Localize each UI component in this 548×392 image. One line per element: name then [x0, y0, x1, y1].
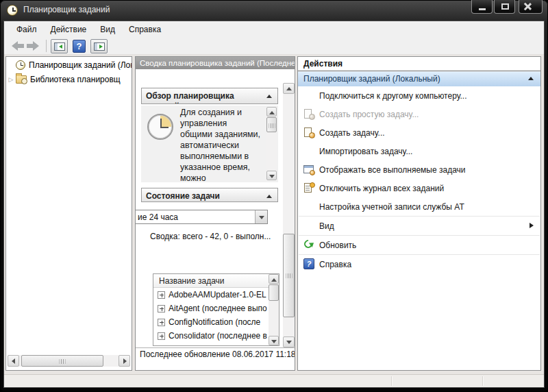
console-tree-panel: Планировщик заданий (Лок ▷ Библиотека пл… [5, 56, 132, 371]
overview-section-header[interactable]: Обзор планировщика заданий [141, 88, 278, 104]
action-label: Вид [319, 221, 334, 231]
task-row[interactable]: ConfigNotification (после [153, 315, 279, 329]
overview-text: Для создания и управления общими задания… [180, 107, 268, 182]
window-title: Планировщик заданий [23, 5, 110, 14]
menu-view[interactable]: Вид [93, 23, 122, 36]
expand-plus-icon[interactable] [158, 305, 165, 313]
action-view[interactable]: Вид [298, 217, 540, 235]
collapse-icon[interactable] [266, 195, 272, 198]
create-basic-task-icon [303, 108, 315, 120]
action-label: Справка [319, 260, 351, 269]
action-label: Импортировать задачу... [319, 147, 412, 156]
minimize-button[interactable] [471, 0, 493, 14]
task-name: AdobeAAMUpdater-1.0-EL [169, 290, 266, 299]
overview-scrollbar[interactable] [266, 107, 277, 180]
journal-icon [303, 182, 315, 194]
scroll-down-button[interactable] [269, 336, 279, 345]
action-create-task[interactable]: Создать задачу... [298, 123, 540, 142]
toolbar [4, 38, 544, 55]
scrollbar-thumb[interactable] [21, 355, 103, 367]
action-label: Отображать все выполняемые задачи [319, 165, 466, 175]
action-label: Подключиться к другому компьютеру... [319, 91, 467, 101]
action-at-service-account-configuration[interactable]: Настройка учетной записи службы AT [298, 197, 540, 216]
scroll-up-button[interactable] [266, 107, 277, 117]
action-display-running-tasks[interactable]: Отображать все выполняемые задачи [298, 160, 540, 179]
status-bar-divider [391, 376, 392, 386]
expand-plus-icon[interactable] [158, 332, 165, 340]
workspace: Планировщик заданий (Лок ▷ Библиотека пл… [4, 55, 544, 374]
console-tree-button[interactable] [51, 39, 68, 53]
chevron-right-icon[interactable]: ▷ [6, 76, 16, 83]
overview-section-content: Для создания и управления общими задания… [141, 106, 278, 182]
create-task-icon [303, 127, 315, 138]
task-list-scrollbar[interactable] [269, 274, 279, 345]
forward-icon[interactable] [26, 40, 41, 51]
expand-plus-icon[interactable] [158, 291, 165, 299]
task-row[interactable]: Consolidator (последнее в [153, 329, 279, 343]
task-name: Consolidator (последнее в [169, 331, 267, 341]
tree-item-label: Библиотека планировщ [30, 75, 121, 84]
scroll-right-button[interactable] [119, 355, 130, 367]
collapse-icon[interactable] [528, 77, 534, 80]
last-update-status: Последнее обновление 08.06.2017 11:18:4 [136, 347, 295, 361]
window-controls [471, 0, 543, 14]
back-icon[interactable] [10, 40, 25, 51]
tree-item-label: Планировщик заданий (Лок [29, 60, 132, 70]
summary-panel: Сводка планировщика заданий (Последне Об… [135, 56, 295, 371]
task-name: ConfigNotification (после [169, 317, 260, 327]
expand-plus-icon[interactable] [158, 319, 165, 326]
scrollbar-thumb[interactable] [283, 234, 295, 317]
tree-item-scheduler-root[interactable]: Планировщик заданий (Лок [6, 58, 132, 71]
scroll-left-button[interactable] [8, 355, 19, 367]
summary-scrollbar[interactable] [283, 83, 295, 347]
client-area: Файл Действие Вид Справка План [3, 21, 545, 388]
tree-item-library[interactable]: ▷ Библиотека планировщ [6, 73, 132, 86]
library-folder-icon [16, 75, 27, 84]
close-button[interactable] [519, 0, 543, 14]
submenu-arrow-icon [530, 223, 534, 228]
refresh-icon [303, 239, 315, 251]
action-disable-task-history[interactable]: Отключить журнал всех заданий [298, 179, 540, 197]
task-summary-line: Сводка: всего - 42, 0 - выполн... [150, 232, 271, 241]
scroll-down-button[interactable] [266, 171, 277, 180]
task-status-section-title: Состояние задачи [142, 188, 251, 201]
task-row[interactable]: AdobeAAMUpdater-1.0-EL [153, 288, 279, 302]
task-name-column-header[interactable]: Название задачи [153, 274, 279, 288]
tree-horizontal-scrollbar[interactable] [8, 355, 130, 367]
overview-section-title: Обзор планировщика заданий [142, 88, 251, 104]
scroll-up-button[interactable] [269, 274, 279, 284]
action-import-task[interactable]: Импортировать задачу... [298, 142, 540, 160]
running-tasks-icon [303, 164, 315, 175]
action-create-basic-task: Создать простую задачу... [298, 105, 540, 123]
actions-group-label: Планировщик заданий (Локальный) [303, 74, 440, 84]
task-status-section-header[interactable]: Состояние задачи [141, 188, 278, 202]
task-row[interactable]: AitAgent (последнее выпо [153, 302, 279, 315]
toolbar-separator [46, 40, 47, 52]
app-clock-icon [7, 5, 18, 16]
scrollbar-thumb[interactable] [269, 284, 279, 301]
dropdown-button[interactable] [255, 210, 267, 223]
action-help[interactable]: Справка [298, 255, 540, 273]
actions-group-header[interactable]: Планировщик заданий (Локальный) [298, 71, 540, 86]
time-range-dropdown[interactable]: ие 24 часа [136, 210, 268, 224]
scheduler-clock-icon [147, 114, 173, 140]
action-pane-button[interactable] [90, 39, 108, 53]
console-tree-icon [54, 42, 65, 51]
menu-action[interactable]: Действие [44, 23, 94, 36]
action-refresh[interactable]: Обновить [298, 236, 540, 254]
collapse-icon[interactable] [266, 95, 272, 98]
action-label: Создать задачу... [319, 128, 385, 138]
menu-help[interactable]: Справка [122, 23, 168, 36]
action-connect-to-another-computer[interactable]: Подключиться к другому компьютеру... [298, 86, 540, 105]
scroll-down-button[interactable] [283, 336, 295, 347]
title-bar[interactable]: Планировщик заданий [0, 0, 548, 21]
help-icon[interactable] [73, 40, 86, 53]
clock-icon [16, 60, 25, 70]
app-window: Планировщик заданий Файл Действие Вид Сп… [0, 0, 548, 392]
menu-file[interactable]: Файл [10, 23, 44, 36]
scroll-up-button[interactable] [283, 83, 295, 94]
scrollbar-thumb[interactable] [266, 117, 277, 132]
maximize-button[interactable] [494, 0, 515, 14]
minimize-icon [479, 8, 486, 10]
summary-panel-header: Сводка планировщика заданий (Последне [136, 57, 295, 69]
